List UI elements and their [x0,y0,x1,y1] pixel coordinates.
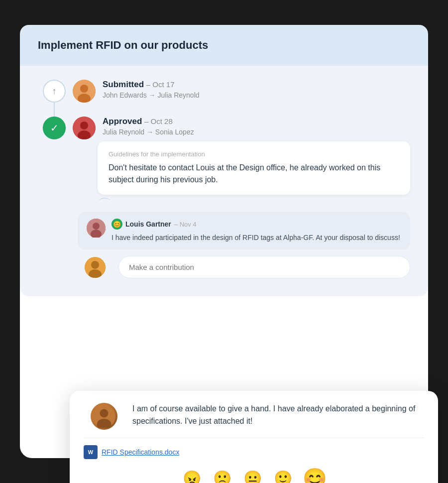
check-icon: ✓ [50,122,59,134]
svg-point-7 [93,223,100,230]
bottom-popup-card: I am of course available to give a hand.… [70,391,438,483]
approved-icon-wrap: ✓ [43,117,66,139]
attachment-filename[interactable]: RFID Specifications.docx [102,448,179,456]
louis-avatar-img [87,219,106,238]
curve-connector: ⌒ [98,198,410,212]
comment-bubble-louis: 😊 Louis Gartner – Nov 4 I have indeed pa… [78,212,410,250]
guidelines-text: Don't hesitate to contact Louis at the D… [109,162,399,186]
emoji-happy[interactable]: 🙂 [274,470,292,483]
approved-people: Julia Reynold → Sonia Lopez [103,128,410,136]
timeline: ↑ Submitted – Oct 17 John Edwards → Juli… [38,80,410,278]
emoji-unhappy[interactable]: 🙁 [213,470,231,483]
comment-content-louis: 😊 Louis Gartner – Nov 4 I have indeed pa… [112,219,401,243]
submitted-people: John Edwards → Julia Reynold [103,91,410,99]
comments-area: 😊 Louis Gartner – Nov 4 I have indeed pa… [78,212,410,278]
guidelines-label: Guidelines for the implementation [109,150,399,158]
submitted-avatar-img [73,80,96,103]
approved-date: – Oct 28 [144,117,173,125]
word-icon: W [84,445,98,459]
upload-icon: ↑ [52,86,57,97]
user-avatar-input [85,257,106,278]
emoji-neutral[interactable]: 😐 [243,470,262,483]
main-content: ↑ Submitted – Oct 17 John Edwards → Juli… [20,66,428,296]
bottom-user-avatar-img [93,405,115,428]
bottom-card-message: I am of course available to give a hand.… [132,403,424,428]
user-avatar-input-img [85,257,106,278]
louis-text: I have indeed participated in the design… [112,233,401,243]
submitted-avatar [73,80,96,103]
timeline-item-submitted: ↑ Submitted – Oct 17 John Edwards → Juli… [43,80,410,103]
louis-date: – Nov 4 [174,221,197,228]
attachment-row[interactable]: W RFID Specifications.docx [84,445,424,459]
emoji-rating-row[interactable]: 😠 🙁 😐 🙂 😊 [84,468,424,483]
contribution-input[interactable] [118,256,410,278]
emoji-very-happy[interactable]: 😊 [303,467,327,483]
bottom-user-avatar [91,403,117,430]
submitted-status: Submitted – Oct 17 [103,80,410,90]
timeline-info-submitted: Submitted – Oct 17 John Edwards → Julia … [103,80,410,99]
approved-status: Approved – Oct 28 [103,117,410,126]
approved-avatar [73,117,96,139]
timeline-item-approved: ✓ Approved – Oct 28 Julia Reynold → Soni… [43,117,410,139]
svg-point-1 [80,85,88,93]
contribution-row [78,256,410,278]
louis-author: Louis Gartner [125,220,171,228]
comment-header-louis: 😊 Louis Gartner – Nov 4 [112,219,401,230]
svg-point-13 [100,409,108,418]
main-card: Implement RFID on our products ↑ [20,25,428,458]
page-title: Implement RFID on our products [38,39,410,52]
approved-avatar-img [73,117,96,139]
emoji-very-unhappy[interactable]: 😠 [183,470,201,483]
louis-avatar [87,219,106,238]
louis-emoji-badge: 😊 [112,219,122,230]
guidelines-box: Guidelines for the implementation Don't … [98,141,410,195]
svg-point-10 [91,261,99,269]
header-section: Implement RFID on our products [20,25,428,66]
submitted-date: – Oct 17 [146,80,175,89]
submitted-icon-wrap: ↑ [43,80,66,103]
timeline-info-approved: Approved – Oct 28 Julia Reynold → Sonia … [103,117,410,136]
bottom-card-top: I am of course available to give a hand.… [84,403,424,438]
svg-point-4 [80,121,88,129]
